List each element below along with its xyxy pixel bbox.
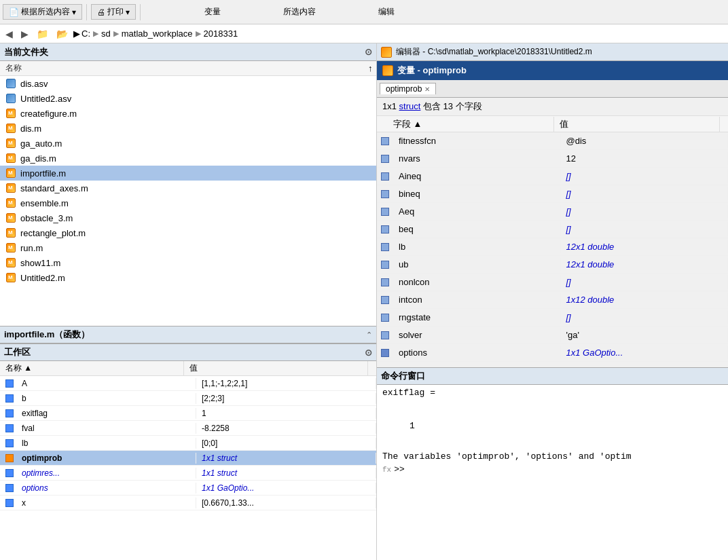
path-c[interactable]: C: bbox=[81, 29, 90, 39]
file-name: importfile.m bbox=[20, 168, 66, 179]
variable-tab-close-icon[interactable]: ✕ bbox=[424, 86, 430, 93]
workspace-name-cell: exitflag bbox=[16, 408, 196, 419]
path-matlab-workplace[interactable]: matlab_workplace bbox=[122, 29, 193, 39]
var-size: 1x1 bbox=[382, 101, 399, 111]
workspace-row[interactable]: fval-8.2258 bbox=[0, 421, 376, 436]
variable-row[interactable]: solver'ga' bbox=[377, 326, 728, 344]
ws-icon bbox=[0, 424, 16, 432]
workspace-list[interactable]: A[1,1;-1,2;2,1]b[2;2;3]exitflag1fval-8.2… bbox=[0, 376, 376, 560]
workspace-row[interactable]: lb[0;0] bbox=[0, 436, 376, 451]
var-value-cell: [] bbox=[561, 170, 729, 183]
file-item[interactable]: createfigure.m bbox=[0, 106, 376, 121]
ws-icon bbox=[0, 409, 16, 417]
workspace-value-cell: -8.2258 bbox=[196, 423, 376, 434]
back-button[interactable]: ◀ bbox=[3, 27, 16, 41]
workspace-row[interactable]: optimres...1x1 struct bbox=[0, 466, 376, 481]
var-field-col-header: 字段 ▲ bbox=[388, 117, 554, 132]
var-value-cell: @dis bbox=[561, 134, 729, 147]
variable-row[interactable]: nonlcon[] bbox=[377, 274, 728, 291]
workspace-value-cell: [0;0] bbox=[196, 438, 376, 449]
file-item[interactable]: importfile.m bbox=[0, 166, 376, 181]
workspace-value-cell: 1x1 struct bbox=[196, 468, 376, 479]
path-arrow: ▶ bbox=[73, 29, 80, 39]
scroll-up-arrow[interactable]: ↑ bbox=[368, 63, 376, 73]
file-name: createfigure.m bbox=[20, 109, 77, 119]
variable-row[interactable]: nvars12 bbox=[377, 150, 728, 168]
var-value-cell: 1x12 double bbox=[561, 293, 729, 306]
file-item[interactable]: Untitled2.m bbox=[0, 270, 376, 285]
variable-row[interactable]: fitnessfcn@dis bbox=[377, 132, 728, 150]
file-icon bbox=[5, 108, 16, 119]
var-field-cell: solver bbox=[393, 329, 561, 341]
workspace-row[interactable]: options1x1 GaOptio... bbox=[0, 481, 376, 496]
cmd-line-variables: The variables 'optimprob', 'options' and… bbox=[382, 451, 723, 462]
workspace-column-headers: 名称 ▲ 值 bbox=[0, 361, 376, 376]
file-item[interactable]: obstacle_3.m bbox=[0, 210, 376, 225]
file-item[interactable]: standard_axes.m bbox=[0, 181, 376, 195]
file-name: Untitled2.asv bbox=[20, 94, 71, 104]
workspace-name-cell: A bbox=[16, 378, 196, 389]
current-folder-settings-icon[interactable]: ⊙ bbox=[365, 47, 372, 57]
workspace-name-cell: options bbox=[16, 483, 196, 493]
var-field-cell: intcon bbox=[393, 293, 561, 306]
var-value-cell: 12x1 double bbox=[561, 258, 729, 271]
var-row-icon bbox=[377, 225, 393, 234]
file-item[interactable]: dis.asv bbox=[0, 76, 376, 91]
file-item[interactable]: show11.m bbox=[0, 255, 376, 270]
toolbar-new-button[interactable]: 📄 根据所选内容 ▾ bbox=[3, 4, 82, 20]
path-sep-2: ▶ bbox=[113, 29, 119, 38]
workspace-label: 工作区 bbox=[4, 346, 31, 358]
function-collapse-icon[interactable]: ⌃ bbox=[366, 331, 372, 339]
variable-row[interactable]: beq[] bbox=[377, 221, 728, 238]
workspace-settings-icon[interactable]: ⊙ bbox=[365, 348, 372, 358]
ws-icon bbox=[0, 469, 16, 477]
variable-panel-header: 变量 - optimprob bbox=[377, 61, 728, 80]
variable-row[interactable]: options1x1 GaOptio... bbox=[377, 344, 728, 362]
file-item[interactable]: ga_auto.m bbox=[0, 136, 376, 151]
path-folder[interactable]: 2018331 bbox=[204, 29, 238, 39]
toolbar-print-button[interactable]: 🖨 打印 ▾ bbox=[91, 4, 136, 20]
variable-row[interactable]: lb12x1 double bbox=[377, 238, 728, 256]
file-item[interactable]: run.m bbox=[0, 240, 376, 255]
workspace-row[interactable]: A[1,1;-1,2;2,1] bbox=[0, 376, 376, 391]
variable-row[interactable]: rngstate[] bbox=[377, 309, 728, 326]
file-icon bbox=[5, 272, 16, 283]
forward-button[interactable]: ▶ bbox=[18, 27, 31, 41]
left-panel: 当前文件夹 ⊙ 名称 ↑ dis.asvUntitled2.asvcreatef… bbox=[0, 43, 377, 560]
workspace-row[interactable]: b[2;2;3] bbox=[0, 391, 376, 406]
var-row-icon bbox=[377, 278, 393, 286]
variable-row[interactable]: ub12x1 double bbox=[377, 256, 728, 274]
var-field-cell: nonlcon bbox=[393, 276, 561, 288]
workspace-name-cell: lb bbox=[16, 438, 196, 449]
function-section: importfile.m（函数） ⌃ bbox=[0, 326, 376, 343]
variable-tab-optimprob[interactable]: optimprob ✕ bbox=[380, 83, 436, 94]
variable-table: 字段 ▲ 值 fitnessfcn@disnvars12Aineq[]bineq… bbox=[377, 116, 728, 367]
variable-row[interactable]: Aeq[] bbox=[377, 203, 728, 221]
editor-bar: 编辑器 - C:\sd\matlab_workplace\2018331\Unt… bbox=[377, 43, 728, 61]
file-item[interactable]: Untitled2.asv bbox=[0, 91, 376, 106]
up-folder-button[interactable]: 📁 bbox=[34, 27, 51, 41]
variable-row[interactable]: bineq[] bbox=[377, 185, 728, 203]
variable-table-header: 字段 ▲ 值 bbox=[377, 116, 728, 132]
var-row-icon bbox=[377, 261, 393, 269]
variable-table-body[interactable]: fitnessfcn@disnvars12Aineq[]bineq[]Aeq[]… bbox=[377, 132, 728, 367]
file-item[interactable]: dis.m bbox=[0, 121, 376, 136]
file-list-container: 名称 ↑ dis.asvUntitled2.asvcreatefigure.md… bbox=[0, 61, 376, 326]
file-item[interactable]: ensemble.m bbox=[0, 195, 376, 210]
folder-button[interactable]: 📂 bbox=[54, 27, 71, 41]
struct-link[interactable]: struct bbox=[399, 101, 421, 111]
file-item[interactable]: rectangle_plot.m bbox=[0, 225, 376, 240]
workspace-row[interactable]: exitflag1 bbox=[0, 406, 376, 421]
path-sd[interactable]: sd bbox=[101, 29, 111, 39]
address-path: ▶ C: ▶ sd ▶ matlab_workplace ▶ 2018331 bbox=[73, 29, 238, 39]
variable-row[interactable]: Aineq[] bbox=[377, 168, 728, 185]
file-item[interactable]: ga_dis.m bbox=[0, 151, 376, 166]
workspace-row[interactable]: optimprob1x1 struct bbox=[0, 451, 376, 466]
file-list[interactable]: dis.asvUntitled2.asvcreatefigure.mdis.mg… bbox=[0, 76, 376, 326]
cmd-prompt[interactable]: fx >> bbox=[382, 464, 723, 474]
ws-icon bbox=[0, 439, 16, 447]
variable-row[interactable]: intcon1x12 double bbox=[377, 291, 728, 309]
workspace-row[interactable]: x[0.6670,1.33... bbox=[0, 496, 376, 510]
print-icon: 🖨 bbox=[97, 7, 105, 17]
command-window-body[interactable]: exitflag = 1 The variables 'optimprob', … bbox=[377, 385, 728, 560]
